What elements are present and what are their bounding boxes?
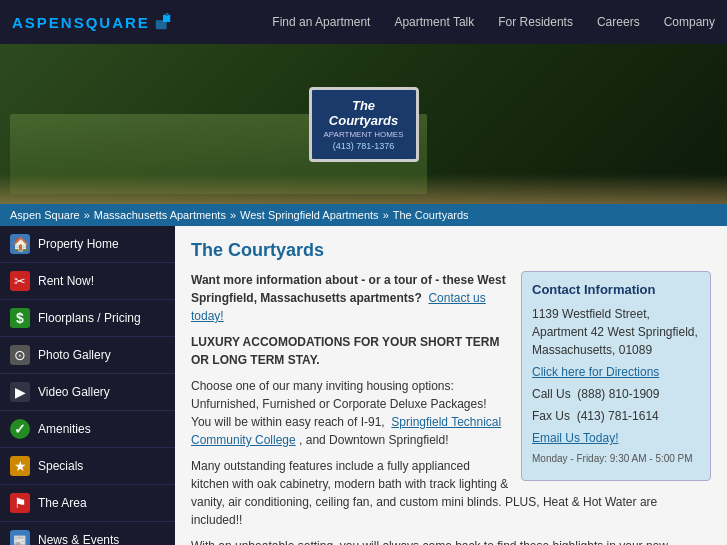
sidebar-item-the-area[interactable]: ⚑ The Area (0, 485, 175, 522)
sidebar-item-floorplans[interactable]: $ Floorplans / Pricing (0, 300, 175, 337)
breadcrumb-sep3: » (383, 209, 389, 221)
breadcrumb-aspen-square[interactable]: Aspen Square (10, 209, 80, 221)
sidebar-label-amenities: Amenities (38, 422, 91, 436)
sidebar-label-specials: Specials (38, 459, 83, 473)
logo-text: ASPENSQUARE (12, 14, 150, 31)
main-nav: Find an Apartment Apartment Talk For Res… (272, 15, 715, 29)
logo-aspen: ASPEN (12, 14, 74, 31)
sidebar-item-rent-now[interactable]: ✂ Rent Now! (0, 263, 175, 300)
sidebar-item-video-gallery[interactable]: ▶ Video Gallery (0, 374, 175, 411)
logo-icon (154, 13, 172, 31)
sidebar-item-specials[interactable]: ★ Specials (0, 448, 175, 485)
sidebar-label-floorplans: Floorplans / Pricing (38, 311, 141, 325)
breadcrumb-ws-apts[interactable]: West Springfield Apartments (240, 209, 379, 221)
sidebar: 🏠 Property Home ✂ Rent Now! $ Floorplans… (0, 226, 175, 545)
svg-rect-2 (166, 13, 169, 16)
nav-for-residents[interactable]: For Residents (498, 15, 573, 29)
house-icon: 🏠 (10, 234, 30, 254)
header: ASPENSQUARE Find an Apartment Apartment … (0, 0, 727, 44)
contact-box: Contact Information 1139 Westfield Stree… (521, 271, 711, 481)
contact-box-address: 1139 Westfield Street, Apartment 42 West… (532, 305, 700, 359)
film-icon: ▶ (10, 382, 30, 402)
breadcrumb: Aspen Square » Massachusetts Apartments … (0, 204, 727, 226)
page-title: The Courtyards (191, 240, 711, 261)
sign-phone: (413) 781-1376 (324, 141, 404, 151)
sign-title: The Courtyards (324, 98, 404, 128)
sign-subtitle: APARTMENT HOMES (324, 130, 404, 139)
contact-box-email-link[interactable]: Email Us Today! (532, 431, 618, 445)
sidebar-item-photo-gallery[interactable]: ⊙ Photo Gallery (0, 337, 175, 374)
nav-company[interactable]: Company (664, 15, 715, 29)
nav-find-apartment[interactable]: Find an Apartment (272, 15, 370, 29)
svg-rect-1 (163, 15, 170, 22)
contact-box-phone: Call Us (888) 810-1909 (532, 385, 700, 403)
camera-icon: ⊙ (10, 345, 30, 365)
sidebar-label-video-gallery: Video Gallery (38, 385, 110, 399)
contact-box-directions-link[interactable]: Click here for Directions (532, 365, 659, 379)
breadcrumb-sep2: » (230, 209, 236, 221)
contact-box-title: Contact Information (532, 282, 700, 297)
sidebar-label-photo-gallery: Photo Gallery (38, 348, 111, 362)
sidebar-label-the-area: The Area (38, 496, 87, 510)
news-icon: 📰 (10, 530, 30, 545)
sidebar-label-news-events: News & Events (38, 533, 119, 545)
star-icon: ★ (10, 456, 30, 476)
breadcrumb-ma-apts[interactable]: Massachusetts Apartments (94, 209, 226, 221)
logo-square: SQUARE (74, 14, 150, 31)
nav-apartment-talk[interactable]: Apartment Talk (394, 15, 474, 29)
sidebar-label-property-home: Property Home (38, 237, 119, 251)
nav-careers[interactable]: Careers (597, 15, 640, 29)
sidebar-item-property-home[interactable]: 🏠 Property Home (0, 226, 175, 263)
property-sign: The Courtyards APARTMENT HOMES (413) 781… (309, 87, 419, 162)
contact-box-fax: Fax Us (413) 781-1614 (532, 407, 700, 425)
sidebar-item-amenities[interactable]: ✓ Amenities (0, 411, 175, 448)
breadcrumb-sep1: » (84, 209, 90, 221)
sidebar-item-news-events[interactable]: 📰 News & Events (0, 522, 175, 545)
logo[interactable]: ASPENSQUARE (12, 13, 172, 31)
sidebar-label-rent-now: Rent Now! (38, 274, 94, 288)
main-layout: 🏠 Property Home ✂ Rent Now! $ Floorplans… (0, 226, 727, 545)
paragraph-highlights: With an unbeatable setting, you will alw… (191, 537, 711, 545)
dollar-icon: $ (10, 308, 30, 328)
checkmark-icon: ✓ (10, 419, 30, 439)
hero-image: The Courtyards APARTMENT HOMES (413) 781… (0, 44, 727, 204)
contact-box-hours: Monday - Friday: 9:30 AM - 5:00 PM (532, 451, 700, 466)
breadcrumb-current: The Courtyards (393, 209, 469, 221)
main-content: The Courtyards Contact Information 1139 … (175, 226, 727, 545)
tag-icon: ✂ (10, 271, 30, 291)
flag-icon: ⚑ (10, 493, 30, 513)
